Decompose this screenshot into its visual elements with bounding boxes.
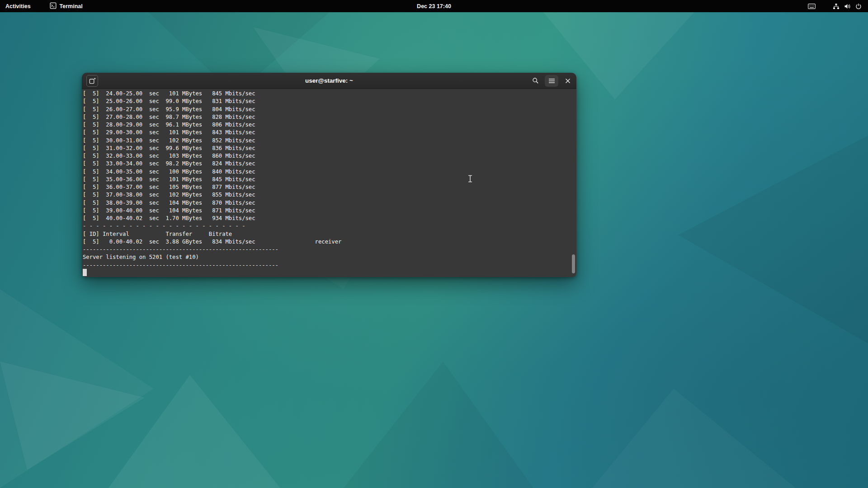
focused-app-label: Terminal <box>60 3 83 9</box>
terminal-line: [ 5] 31.00-32.00 sec 99.6 MBytes 836 Mbi… <box>83 145 576 152</box>
close-button[interactable] <box>562 75 574 87</box>
focused-app-menu[interactable]: Terminal <box>44 0 88 12</box>
window-title: user@starfive: ~ <box>305 77 353 84</box>
top-bar: Activities Terminal Dec 23 17:40 <box>0 0 868 12</box>
new-tab-icon <box>89 77 96 84</box>
terminal-line: [ 5] 40.00-40.02 sec 1.70 MBytes 934 Mbi… <box>83 215 576 222</box>
terminal-line: [ 5] 30.00-31.00 sec 102 MBytes 852 Mbit… <box>83 137 576 145</box>
titlebar[interactable]: user@starfive: ~ <box>82 73 576 89</box>
terminal-line: [ 5] 37.00-38.00 sec 102 MBytes 855 Mbit… <box>83 191 576 199</box>
terminal-line: [ 5] 29.00-30.00 sec 101 MBytes 843 Mbit… <box>83 129 576 136</box>
scrollbar-thumb[interactable] <box>572 254 575 273</box>
hamburger-menu-icon <box>548 78 555 84</box>
terminal-line: [ 5] 39.00-40.00 sec 104 MBytes 871 Mbit… <box>83 207 576 215</box>
terminal-line: Server listening on 5201 (test #10) <box>83 253 576 261</box>
terminal-line: [ 5] 35.00-36.00 sec 101 MBytes 845 Mbit… <box>83 176 576 183</box>
terminal-line: [ 5] 27.00-28.00 sec 98.7 MBytes 828 Mbi… <box>83 113 576 121</box>
terminal-line: ----------------------------------------… <box>83 262 576 269</box>
activities-button[interactable]: Activities <box>0 0 36 12</box>
close-icon <box>565 78 571 84</box>
terminal-line: [ 5] 28.00-29.00 sec 96.1 MBytes 806 Mbi… <box>83 121 576 129</box>
mouse-ibeam-cursor <box>467 175 473 184</box>
terminal-line: [ ID] Interval Transfer Bitrate <box>83 230 576 238</box>
new-tab-button[interactable] <box>86 75 98 87</box>
terminal-line: [ 5] 24.00-25.00 sec 101 MBytes 845 Mbit… <box>83 90 576 98</box>
terminal-line: - - - - - - - - - - - - - - - - - - - - … <box>83 222 576 230</box>
terminal-line: [ 5] 34.00-35.00 sec 100 MBytes 840 Mbit… <box>83 168 576 176</box>
terminal-line: [ 5] 25.00-26.00 sec 99.0 MBytes 831 Mbi… <box>83 98 576 105</box>
terminal-screen[interactable]: [ 5] 24.00-25.00 sec 101 MBytes 845 Mbit… <box>82 89 576 277</box>
volume-icon <box>844 3 851 9</box>
terminal-line: [ 5] 38.00-39.00 sec 104 MBytes 870 Mbit… <box>83 199 576 207</box>
terminal-line: [ 5] 0.00-40.02 sec 3.88 GBytes 834 Mbit… <box>83 238 576 246</box>
terminal-line: ----------------------------------------… <box>83 246 576 253</box>
terminal-line: [ 5] 36.00-37.00 sec 105 MBytes 877 Mbit… <box>83 183 576 191</box>
system-menu[interactable] <box>829 0 865 12</box>
network-icon <box>833 3 840 9</box>
search-button[interactable] <box>529 75 541 87</box>
power-icon <box>855 3 862 9</box>
terminal-line: [ 5] 32.00-33.00 sec 103 MBytes 860 Mbit… <box>83 152 576 160</box>
keyboard-layout-indicator[interactable] <box>805 0 818 12</box>
clock-menu[interactable]: Dec 23 17:40 <box>411 0 457 12</box>
terminal-line: [ 5] 26.00-27.00 sec 95.9 MBytes 804 Mbi… <box>83 106 576 113</box>
clock-label: Dec 23 17:40 <box>417 3 451 9</box>
terminal-window: user@starfive: ~ <box>82 73 576 277</box>
terminal-icon <box>50 2 57 10</box>
keyboard-icon <box>808 4 816 9</box>
terminal-output: [ 5] 24.00-25.00 sec 101 MBytes 845 Mbit… <box>83 90 576 269</box>
search-icon <box>532 77 539 84</box>
terminal-line: [ 5] 33.00-34.00 sec 98.2 MBytes 824 Mbi… <box>83 160 576 168</box>
activities-label: Activities <box>5 3 31 9</box>
menu-button[interactable] <box>545 75 558 87</box>
terminal-cursor <box>83 269 87 276</box>
